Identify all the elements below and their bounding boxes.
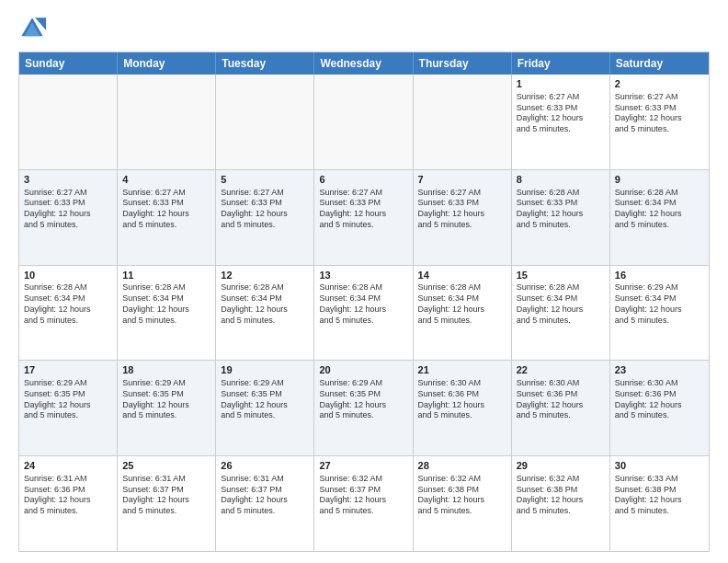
cell-text: Sunrise: 6:31 AM Sunset: 6:37 PM Dayligh…	[122, 474, 210, 517]
logo	[18, 15, 51, 42]
day-number: 4	[122, 173, 210, 187]
cell-text: Sunrise: 6:28 AM Sunset: 6:34 PM Dayligh…	[122, 282, 210, 326]
day-number: 24	[24, 459, 112, 473]
calendar-row-4: 24Sunrise: 6:31 AM Sunset: 6:36 PM Dayli…	[19, 455, 709, 551]
calendar-cell: 8Sunrise: 6:28 AM Sunset: 6:33 PM Daylig…	[512, 170, 610, 265]
cell-text: Sunrise: 6:27 AM Sunset: 6:33 PM Dayligh…	[24, 188, 112, 231]
calendar-cell: 21Sunrise: 6:30 AM Sunset: 6:36 PM Dayli…	[414, 361, 512, 455]
calendar-cell	[314, 75, 413, 169]
day-number: 29	[517, 459, 605, 473]
day-number: 2	[615, 77, 704, 91]
day-number: 18	[122, 363, 210, 377]
cell-text: Sunrise: 6:32 AM Sunset: 6:38 PM Dayligh…	[517, 474, 605, 517]
cell-text: Sunrise: 6:30 AM Sunset: 6:36 PM Dayligh…	[418, 378, 506, 421]
cell-text: Sunrise: 6:29 AM Sunset: 6:35 PM Dayligh…	[122, 378, 210, 421]
calendar-cell	[216, 75, 314, 169]
calendar-cell: 7Sunrise: 6:27 AM Sunset: 6:33 PM Daylig…	[414, 170, 512, 265]
cell-text: Sunrise: 6:27 AM Sunset: 6:33 PM Dayligh…	[418, 188, 506, 231]
day-number: 15	[517, 269, 605, 282]
day-number: 13	[319, 269, 407, 282]
day-number: 1	[517, 77, 605, 91]
calendar-cell: 15Sunrise: 6:28 AM Sunset: 6:34 PM Dayli…	[512, 266, 610, 361]
day-number: 12	[221, 269, 309, 282]
calendar-cell: 19Sunrise: 6:29 AM Sunset: 6:35 PM Dayli…	[216, 361, 314, 455]
header-day-thursday: Thursday	[414, 52, 512, 75]
calendar-cell: 17Sunrise: 6:29 AM Sunset: 6:35 PM Dayli…	[19, 361, 118, 455]
header-day-tuesday: Tuesday	[216, 52, 314, 75]
calendar-cell	[19, 75, 118, 169]
day-number: 20	[319, 363, 407, 377]
cell-text: Sunrise: 6:31 AM Sunset: 6:37 PM Dayligh…	[221, 474, 309, 517]
day-number: 23	[615, 363, 704, 377]
calendar-cell: 9Sunrise: 6:28 AM Sunset: 6:34 PM Daylig…	[610, 170, 709, 265]
day-number: 6	[319, 173, 407, 187]
calendar-cell: 25Sunrise: 6:31 AM Sunset: 6:37 PM Dayli…	[118, 456, 216, 551]
day-number: 28	[418, 459, 506, 473]
calendar-cell: 20Sunrise: 6:29 AM Sunset: 6:35 PM Dayli…	[314, 361, 413, 455]
cell-text: Sunrise: 6:32 AM Sunset: 6:38 PM Dayligh…	[418, 474, 506, 517]
cell-text: Sunrise: 6:29 AM Sunset: 6:35 PM Dayligh…	[319, 378, 407, 421]
calendar-cell	[414, 75, 512, 169]
calendar-header: SundayMondayTuesdayWednesdayThursdayFrid…	[19, 52, 709, 75]
cell-text: Sunrise: 6:28 AM Sunset: 6:34 PM Dayligh…	[319, 282, 407, 326]
calendar-cell: 18Sunrise: 6:29 AM Sunset: 6:35 PM Dayli…	[118, 361, 216, 455]
cell-text: Sunrise: 6:27 AM Sunset: 6:33 PM Dayligh…	[319, 188, 407, 231]
day-number: 27	[319, 459, 407, 473]
day-number: 19	[221, 363, 309, 377]
cell-text: Sunrise: 6:27 AM Sunset: 6:33 PM Dayligh…	[517, 92, 605, 135]
cell-text: Sunrise: 6:28 AM Sunset: 6:34 PM Dayligh…	[615, 188, 704, 231]
calendar-cell	[118, 75, 216, 169]
calendar-cell: 11Sunrise: 6:28 AM Sunset: 6:34 PM Dayli…	[118, 266, 216, 361]
calendar-cell: 2Sunrise: 6:27 AM Sunset: 6:33 PM Daylig…	[610, 75, 709, 169]
calendar-cell: 23Sunrise: 6:30 AM Sunset: 6:36 PM Dayli…	[610, 361, 709, 455]
cell-text: Sunrise: 6:33 AM Sunset: 6:38 PM Dayligh…	[615, 474, 704, 517]
cell-text: Sunrise: 6:28 AM Sunset: 6:33 PM Dayligh…	[517, 188, 605, 231]
calendar-body: 1Sunrise: 6:27 AM Sunset: 6:33 PM Daylig…	[19, 75, 709, 551]
day-number: 30	[615, 459, 704, 473]
cell-text: Sunrise: 6:29 AM Sunset: 6:35 PM Dayligh…	[24, 378, 112, 421]
calendar-cell: 29Sunrise: 6:32 AM Sunset: 6:38 PM Dayli…	[512, 456, 610, 551]
header-day-monday: Monday	[118, 52, 216, 75]
day-number: 25	[122, 459, 210, 473]
day-number: 10	[24, 269, 112, 282]
cell-text: Sunrise: 6:32 AM Sunset: 6:37 PM Dayligh…	[319, 474, 407, 517]
calendar-cell: 24Sunrise: 6:31 AM Sunset: 6:36 PM Dayli…	[19, 456, 118, 551]
day-number: 7	[418, 173, 506, 187]
calendar-cell: 4Sunrise: 6:27 AM Sunset: 6:33 PM Daylig…	[118, 170, 216, 265]
cell-text: Sunrise: 6:27 AM Sunset: 6:33 PM Dayligh…	[122, 188, 210, 231]
header-day-sunday: Sunday	[19, 52, 118, 75]
calendar-cell: 13Sunrise: 6:28 AM Sunset: 6:34 PM Dayli…	[314, 266, 413, 361]
day-number: 3	[24, 173, 112, 187]
cell-text: Sunrise: 6:31 AM Sunset: 6:36 PM Dayligh…	[24, 474, 112, 517]
cell-text: Sunrise: 6:28 AM Sunset: 6:34 PM Dayligh…	[418, 282, 506, 326]
cell-text: Sunrise: 6:29 AM Sunset: 6:34 PM Dayligh…	[615, 282, 704, 326]
calendar-row-1: 3Sunrise: 6:27 AM Sunset: 6:33 PM Daylig…	[19, 169, 709, 265]
day-number: 22	[517, 363, 605, 377]
day-number: 21	[418, 363, 506, 377]
calendar-row-3: 17Sunrise: 6:29 AM Sunset: 6:35 PM Dayli…	[19, 360, 709, 455]
page: SundayMondayTuesdayWednesdayThursdayFrid…	[0, 0, 728, 563]
calendar-cell: 22Sunrise: 6:30 AM Sunset: 6:36 PM Dayli…	[512, 361, 610, 455]
calendar: SundayMondayTuesdayWednesdayThursdayFrid…	[18, 52, 710, 552]
calendar-row-2: 10Sunrise: 6:28 AM Sunset: 6:34 PM Dayli…	[19, 265, 709, 361]
logo-icon	[18, 15, 46, 42]
day-number: 8	[517, 173, 605, 187]
day-number: 17	[24, 363, 112, 377]
cell-text: Sunrise: 6:28 AM Sunset: 6:34 PM Dayligh…	[517, 282, 605, 326]
calendar-cell: 10Sunrise: 6:28 AM Sunset: 6:34 PM Dayli…	[19, 266, 118, 361]
calendar-cell: 14Sunrise: 6:28 AM Sunset: 6:34 PM Dayli…	[414, 266, 512, 361]
calendar-cell: 6Sunrise: 6:27 AM Sunset: 6:33 PM Daylig…	[314, 170, 413, 265]
cell-text: Sunrise: 6:28 AM Sunset: 6:34 PM Dayligh…	[24, 282, 112, 326]
day-number: 11	[122, 269, 210, 282]
header-day-saturday: Saturday	[610, 52, 709, 75]
calendar-cell: 12Sunrise: 6:28 AM Sunset: 6:34 PM Dayli…	[216, 266, 314, 361]
header-day-friday: Friday	[512, 52, 610, 75]
cell-text: Sunrise: 6:27 AM Sunset: 6:33 PM Dayligh…	[221, 188, 309, 231]
calendar-cell: 5Sunrise: 6:27 AM Sunset: 6:33 PM Daylig…	[216, 170, 314, 265]
calendar-cell: 27Sunrise: 6:32 AM Sunset: 6:37 PM Dayli…	[314, 456, 413, 551]
calendar-cell: 28Sunrise: 6:32 AM Sunset: 6:38 PM Dayli…	[414, 456, 512, 551]
cell-text: Sunrise: 6:30 AM Sunset: 6:36 PM Dayligh…	[517, 378, 605, 421]
day-number: 14	[418, 269, 506, 282]
header	[18, 15, 710, 42]
day-number: 9	[615, 173, 704, 187]
